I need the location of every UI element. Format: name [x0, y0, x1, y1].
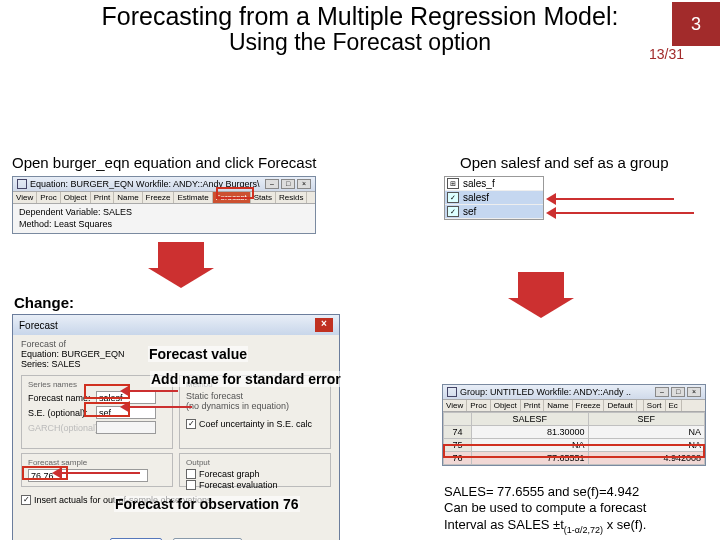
tb-estimate[interactable]: Estimate — [174, 192, 212, 203]
tb-print[interactable]: Print — [91, 192, 114, 203]
down-arrow-left — [158, 242, 204, 270]
group-toolbar: View Proc Object Print Name Freeze Defau… — [443, 399, 705, 412]
tb-sort[interactable]: Sort — [644, 400, 666, 411]
list-item[interactable]: ✓sef — [445, 205, 543, 219]
equation-title-bar: Equation: BURGER_EQN Workfile: ANDY::And… — [13, 177, 315, 191]
table-row: 75 NA NA — [444, 439, 705, 452]
caption-change: Change: — [14, 294, 74, 311]
arrow-salesf-field — [128, 390, 178, 392]
output-label: Output — [186, 458, 324, 467]
list-item[interactable]: ✓salesf — [445, 191, 543, 205]
eq-dep-var: Dependent Variable: SALES — [19, 207, 309, 219]
tb-resids[interactable]: Resids — [276, 192, 307, 203]
arrow-sef-field — [128, 406, 192, 408]
anno-forecast-value: Forecast value — [148, 346, 248, 362]
series-icon: ✓ — [447, 206, 459, 217]
fc-name-label: Forecast name: — [28, 393, 94, 403]
series-icon: ✓ — [447, 192, 459, 203]
window-close-icon[interactable]: × — [687, 387, 701, 397]
tb-ec[interactable]: Ec — [666, 400, 682, 411]
group-title-bar: Group: UNTITLED Workfile: ANDY::Andy .. … — [443, 385, 705, 399]
title-sub: Using the Forecast option — [0, 29, 720, 56]
out-eval-checkbox[interactable] — [186, 480, 196, 490]
series-icon: ⊞ — [447, 178, 459, 189]
col-salesf: SALESF — [472, 413, 589, 426]
list-item[interactable]: ⊞sales_f — [445, 177, 543, 191]
tb-object[interactable]: Object — [61, 192, 91, 203]
fc-sample-input[interactable]: 76 76 — [28, 469, 148, 482]
arrow-sample — [60, 472, 140, 474]
tb-view[interactable]: View — [13, 192, 37, 203]
down-arrow-right — [518, 272, 564, 300]
caption-right-top: Open salesf and sef as a group — [460, 154, 668, 171]
insert-actuals-checkbox[interactable]: ✓ — [21, 495, 31, 505]
result-line2: Can be used to compute a forecast — [444, 500, 646, 516]
tb-view[interactable]: View — [443, 400, 467, 411]
anno-add-se: Add name for standard error — [150, 371, 342, 387]
window-close-icon[interactable]: × — [297, 179, 311, 189]
group-window: Group: UNTITLED Workfile: ANDY::Andy .. … — [442, 384, 706, 466]
caption-left-top: Open burger_eqn equation and click Forec… — [12, 154, 316, 171]
tb-proc[interactable]: Proc — [467, 400, 490, 411]
tb-print[interactable]: Print — [521, 400, 544, 411]
tb-blank[interactable] — [637, 400, 644, 411]
col-blank — [444, 413, 472, 426]
arrow-salesf — [554, 198, 674, 200]
equation-icon — [17, 179, 27, 189]
method-text: Static forecast (no dynamics in equation… — [186, 391, 324, 411]
title-main: Forecasting from a Multiple Regression M… — [0, 2, 720, 31]
equation-window: Equation: BURGER_EQN Workfile: ANDY::And… — [12, 176, 316, 234]
tb-freeze[interactable]: Freeze — [573, 400, 605, 411]
tb-default[interactable]: Default — [604, 400, 636, 411]
series-list: ⊞sales_f ✓salesf ✓sef — [444, 176, 544, 220]
tb-object[interactable]: Object — [491, 400, 521, 411]
forecast-title-bar: Forecast × — [13, 315, 339, 335]
garch-input — [96, 421, 156, 434]
garch-label: GARCH(optional): — [28, 423, 94, 433]
out-graph-label: Forecast graph — [199, 469, 260, 479]
out-graph-checkbox[interactable] — [186, 469, 196, 479]
fc-sample-label: Forecast sample — [28, 458, 166, 467]
result-line1: SALES= 77.6555 and se(f)=4.942 — [444, 484, 646, 500]
close-icon[interactable]: × — [315, 318, 333, 332]
out-eval-label: Forecast evaluation — [199, 480, 278, 490]
window-min-icon[interactable]: – — [655, 387, 669, 397]
table-row: 74 81.30000 NA — [444, 426, 705, 439]
window-min-icon[interactable]: – — [265, 179, 279, 189]
group-title: Group: UNTITLED Workfile: ANDY::Andy .. — [460, 387, 631, 397]
series-names-label: Series names — [28, 380, 166, 389]
tb-freeze[interactable]: Freeze — [143, 192, 175, 203]
result-line3: Interval as SALES ±t(1-α/2,72) x se(f). — [444, 517, 646, 536]
group-table: SALESF SEF 74 81.30000 NA 75 NA NA 76 77… — [443, 412, 705, 465]
coef-unc-label: Coef uncertainty in S.E. calc — [199, 419, 312, 429]
coef-unc-checkbox[interactable]: ✓ — [186, 419, 196, 429]
window-max-icon[interactable]: □ — [671, 387, 685, 397]
tb-forecast[interactable]: Forecast — [213, 192, 251, 203]
col-sef: SEF — [588, 413, 705, 426]
slide-count: 13/31 — [649, 46, 684, 62]
forecast-title: Forecast — [19, 320, 58, 331]
se-label: S.E. (optional): — [28, 408, 94, 418]
equation-title: Equation: BURGER_EQN Workfile: ANDY::And… — [30, 179, 259, 189]
group-icon — [447, 387, 457, 397]
equation-toolbar: View Proc Object Print Name Freeze Estim… — [13, 191, 315, 204]
eq-method: Method: Least Squares — [19, 219, 309, 231]
tb-stats[interactable]: Stats — [251, 192, 276, 203]
table-row-highlight: 76 77.65551 4.942008 — [444, 452, 705, 465]
tb-name[interactable]: Name — [544, 400, 572, 411]
page-number: 3 — [672, 2, 720, 46]
tb-name[interactable]: Name — [114, 192, 142, 203]
tb-proc[interactable]: Proc — [37, 192, 60, 203]
window-max-icon[interactable]: □ — [281, 179, 295, 189]
anno-obs76: Forecast for observation 76 — [114, 496, 300, 512]
result-text: SALES= 77.6555 and se(f)=4.942 Can be us… — [444, 484, 646, 535]
arrow-sef — [554, 212, 694, 214]
